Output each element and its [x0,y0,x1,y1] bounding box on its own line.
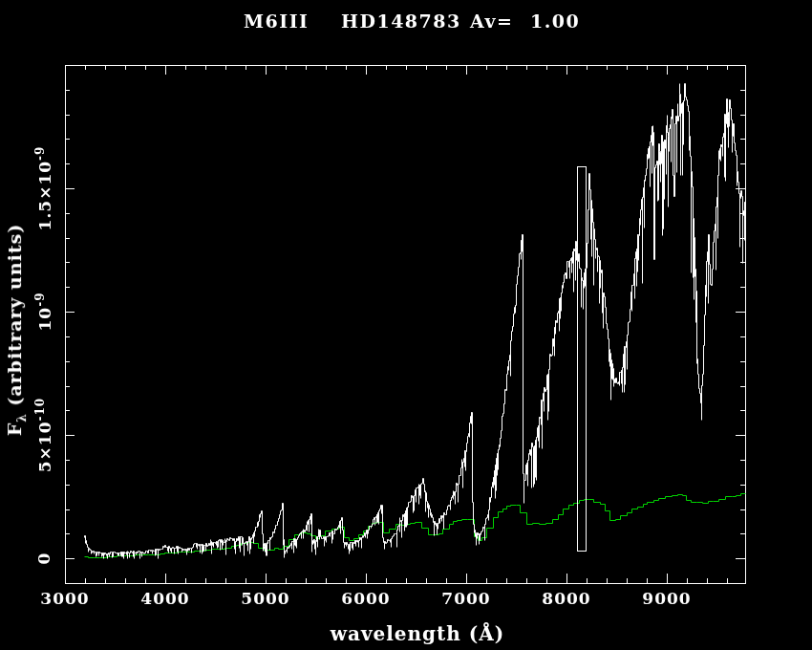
x-tick-label-3000: 3000 [40,589,89,608]
title-star-id: HD148783 [341,11,461,32]
x-tick-label-7000: 7000 [441,589,490,608]
title-av-value: 1.00 [530,11,580,32]
spectrum-figure: M6III HD148783 Av= 1.00 wavelength (Å) F… [0,0,812,650]
title-star-type: M6III [244,11,309,32]
x-tick-label-9000: 9000 [642,589,691,608]
x-tick-label-4000: 4000 [140,589,189,608]
title-av-label: Av= [470,11,513,32]
y-tick-label-0: 0 [34,552,53,565]
x-tick-label-8000: 8000 [542,589,590,608]
spectrum-plot-canvas [0,0,812,650]
x-tick-label-5000: 5000 [241,589,289,608]
y-tick-label-3: 1.5×10-9 [33,146,54,231]
y-axis-title: Fλ (arbitrary units) [4,224,29,436]
y-tick-label-1: 5×10-10 [33,398,54,472]
y-tick-label-2: 10-9 [33,292,54,332]
x-axis-title: wavelength (Å) [331,622,505,645]
x-tick-label-6000: 6000 [341,589,390,608]
